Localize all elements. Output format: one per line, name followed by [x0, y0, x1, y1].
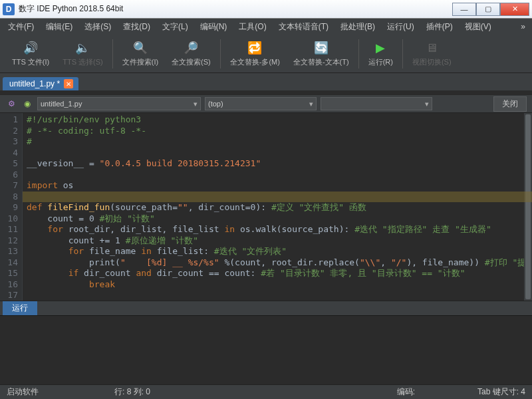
- output-panel[interactable]: [0, 315, 532, 363]
- tab-close-icon[interactable]: ✕: [64, 79, 73, 88]
- menu-select[interactable]: 选择(S): [79, 20, 116, 34]
- menu-tts[interactable]: 文本转语音(T): [273, 20, 334, 34]
- menu-view[interactable]: 视图(V): [460, 20, 497, 34]
- search-icon: 🔎: [183, 40, 199, 56]
- file-tab[interactable]: untitled_1.py * ✕: [3, 77, 78, 90]
- run-tab[interactable]: 运行: [3, 301, 37, 315]
- replace-multi-icon: 🔁: [247, 40, 263, 56]
- menubar: 文件(F) 编辑(E) 选择(S) 查找(D) 文字(L) 编码(N) 工具(O…: [0, 19, 532, 35]
- nav-gear-icon[interactable]: ⚙: [5, 98, 17, 110]
- code-area[interactable]: #!/usr/bin/env python3# -*- coding: utf-…: [23, 113, 524, 301]
- toolbar: 🔊TTS 文件(I) 🔈TTS 选择(S) 🔍文件搜索(I) 🔎全文搜索(S) …: [0, 35, 532, 73]
- chevron-down-icon: ▾: [309, 100, 313, 108]
- toolbar-separator: [358, 39, 359, 68]
- nav-bar: ⚙ ◉ untitled_1.py▾ (top)▾ ▾ 关闭: [0, 94, 532, 113]
- replace-text-icon: 🔄: [313, 40, 329, 56]
- maximize-button[interactable]: ▢: [476, 3, 500, 16]
- menu-plugin[interactable]: 插件(P): [421, 20, 458, 34]
- minimize-button[interactable]: —: [452, 3, 476, 16]
- tool-tts-file[interactable]: 🔊TTS 文件(I): [5, 36, 56, 72]
- current-line-highlight: [23, 192, 532, 203]
- run-tabbar: 运行: [0, 301, 532, 315]
- window-title: 数字 IDE Python 2018.5 64bit: [19, 3, 452, 15]
- status-tabsize: Tab 键尺寸: 4: [477, 386, 525, 398]
- menu-tools[interactable]: 工具(O): [233, 20, 271, 34]
- symbol-dropdown[interactable]: ▾: [321, 97, 432, 110]
- status-encoding: 编码:: [397, 386, 415, 398]
- tool-full-search[interactable]: 🔎全文搜索(S): [165, 36, 217, 72]
- speaker-icon: 🔊: [23, 40, 39, 56]
- file-dropdown[interactable]: untitled_1.py▾: [37, 97, 201, 110]
- menu-batch[interactable]: 批处理(B): [335, 20, 380, 34]
- menu-encoding[interactable]: 编码(N): [195, 20, 233, 34]
- file-search-icon: 🔍: [132, 40, 148, 56]
- file-tabbar: untitled_1.py * ✕: [0, 73, 532, 90]
- app-icon: D: [3, 3, 15, 15]
- tool-run[interactable]: ▶运行(R): [362, 36, 400, 72]
- menu-find[interactable]: 查找(D): [118, 20, 156, 34]
- menu-edit[interactable]: 编辑(E): [41, 20, 78, 34]
- window-buttons: — ▢ ✕: [452, 3, 529, 16]
- toolbar-separator: [402, 39, 403, 68]
- tool-replace-multi[interactable]: 🔁全文替换-多(M): [223, 36, 287, 72]
- menu-file[interactable]: 文件(F): [3, 20, 39, 34]
- menu-text[interactable]: 文字(L): [157, 20, 194, 34]
- line-gutter: 1234567891011121314151617: [0, 113, 23, 301]
- chevron-down-icon: ▾: [425, 100, 429, 108]
- file-tab-label: untitled_1.py *: [9, 79, 60, 88]
- speaker-dim-icon: 🔈: [74, 40, 90, 56]
- tool-tts-select: 🔈TTS 选择(S): [56, 36, 110, 72]
- tool-replace-text[interactable]: 🔄全文替换-文本(T): [287, 36, 356, 72]
- monitor-icon: 🖥: [424, 40, 440, 56]
- nav-close-button[interactable]: 关闭: [493, 96, 527, 112]
- toolbar-separator: [220, 39, 221, 68]
- status-left: 启动软件: [7, 386, 39, 398]
- status-position: 行: 8 列: 0: [114, 386, 150, 398]
- close-button[interactable]: ✕: [500, 3, 529, 16]
- chevron-down-icon: ▾: [194, 100, 198, 108]
- nav-circle-icon[interactable]: ◉: [21, 98, 33, 110]
- titlebar: D 数字 IDE Python 2018.5 64bit — ▢ ✕: [0, 0, 532, 19]
- menu-overflow-icon[interactable]: »: [517, 22, 529, 31]
- statusbar: 启动软件 行: 8 列: 0 编码: Tab 键尺寸: 4: [0, 384, 532, 399]
- tool-file-search[interactable]: 🔍文件搜索(I): [116, 36, 165, 72]
- menu-run[interactable]: 运行(U): [382, 20, 420, 34]
- toolbar-separator: [112, 39, 113, 68]
- tool-view-switch: 🖥视图切换(S): [406, 36, 458, 72]
- play-icon: ▶: [372, 40, 388, 56]
- scrollbar-thumb[interactable]: [525, 114, 531, 299]
- scope-dropdown[interactable]: (top)▾: [205, 97, 317, 110]
- editor-scrollbar[interactable]: [524, 113, 532, 301]
- code-editor[interactable]: 1234567891011121314151617 #!/usr/bin/env…: [0, 113, 532, 301]
